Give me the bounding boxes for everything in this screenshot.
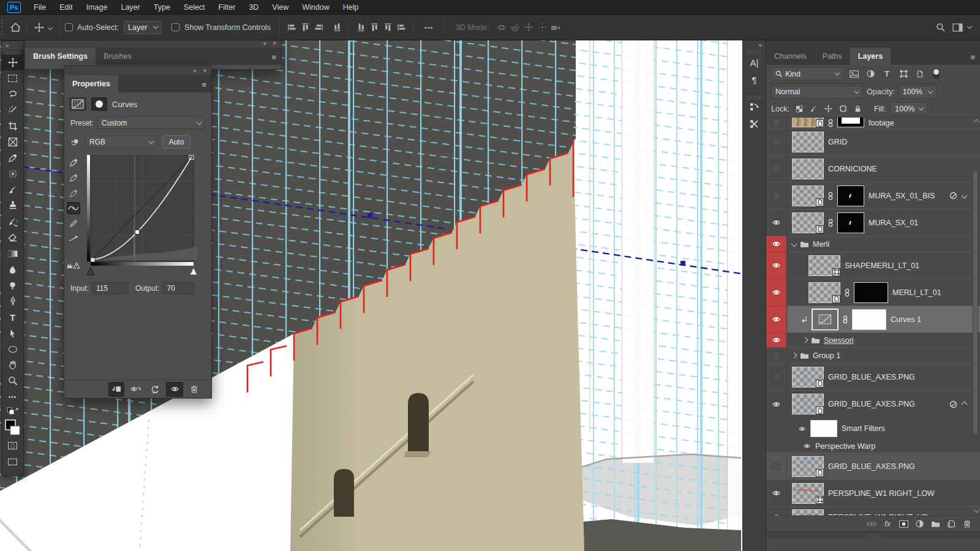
layer-effects-fx-icon[interactable]: fx xyxy=(880,519,895,528)
tab-brushes[interactable]: Brushes xyxy=(96,48,140,65)
view-previous-state-icon[interactable] xyxy=(127,382,144,397)
filter-kind-dropdown[interactable]: Kind xyxy=(771,67,843,80)
blend-mode-dropdown[interactable]: Normal xyxy=(771,86,863,99)
layer-row-curves-1[interactable]: Curves 1 xyxy=(766,306,980,333)
menu-image[interactable]: Image xyxy=(80,0,115,15)
align-bottom-edges-icon[interactable] xyxy=(381,21,394,34)
delete-layer-icon[interactable] xyxy=(959,520,975,528)
tool-type[interactable]: T xyxy=(2,309,23,325)
layer-row-grid-blue-axes-3[interactable]: GRID_BLUE_AXES.PNG xyxy=(766,453,980,480)
tab-layers[interactable]: Layers xyxy=(850,48,891,65)
input-value-field[interactable]: 115 xyxy=(92,282,129,294)
new-adjustment-layer-icon[interactable] xyxy=(911,520,927,528)
move-tool-preset-icon[interactable] xyxy=(32,21,46,34)
tab-brush-settings[interactable]: Brush Settings xyxy=(25,48,96,65)
tool-history-brush[interactable] xyxy=(2,214,23,230)
draw-curve-pencil-icon[interactable] xyxy=(67,217,80,230)
filter-type-layers-icon[interactable]: T xyxy=(881,69,893,78)
visibility-toggle[interactable] xyxy=(766,306,787,332)
layer-filtering-toggle[interactable] xyxy=(933,69,940,79)
edit-points-curve-icon[interactable] xyxy=(67,202,80,214)
paragraph-panel-icon[interactable]: ¶ xyxy=(743,71,766,88)
panel-collapse-icon[interactable]: « xyxy=(263,40,267,47)
tab-paths[interactable]: Paths xyxy=(815,48,850,65)
gray-point-eyedropper-icon[interactable] xyxy=(67,171,80,184)
layer-thumbnail[interactable] xyxy=(792,367,824,388)
new-group-icon[interactable] xyxy=(927,520,943,528)
tool-spot-healing[interactable] xyxy=(2,166,23,182)
new-layer-icon[interactable] xyxy=(943,520,959,528)
layer-thumbnail[interactable] xyxy=(792,212,824,233)
align-right-edges-icon[interactable] xyxy=(312,21,325,34)
curves-graph[interactable] xyxy=(87,155,197,279)
layer-thumbnail[interactable] xyxy=(792,132,824,152)
tool-move[interactable] xyxy=(2,54,23,70)
visibility-toggle[interactable] xyxy=(766,209,787,236)
3d-pan-icon[interactable] xyxy=(522,21,535,34)
add-layer-mask-icon[interactable] xyxy=(895,520,911,528)
tool-dodge[interactable] xyxy=(2,277,23,293)
mask-link-icon[interactable] xyxy=(828,119,833,127)
panel-collapse-icon[interactable]: « xyxy=(194,67,197,74)
menu-layer[interactable]: Layer xyxy=(114,0,146,15)
workspace-chevron[interactable] xyxy=(967,24,972,29)
distribute-horizontal-icon[interactable] xyxy=(368,21,381,34)
tool-magic-wand[interactable] xyxy=(2,102,23,118)
lock-artboard-icon[interactable] xyxy=(839,105,848,113)
group-expand-chevron[interactable] xyxy=(791,241,797,247)
tool-more[interactable]: ••• xyxy=(2,389,23,405)
layers-scroll-up[interactable] xyxy=(974,120,979,124)
distribute-vertical-icon[interactable] xyxy=(394,21,408,34)
auto-select-dropdown[interactable]: Layer xyxy=(124,21,162,34)
show-transform-checkbox[interactable] xyxy=(172,23,179,31)
visibility-toggle[interactable] xyxy=(766,453,787,479)
group-row-group-1[interactable]: Group 1 xyxy=(766,348,980,364)
lock-image-pixels-icon[interactable] xyxy=(809,105,819,113)
tool-zoom[interactable] xyxy=(2,373,23,389)
visibility-toggle[interactable] xyxy=(766,156,787,182)
visibility-toggle[interactable] xyxy=(766,333,787,347)
curve-point-115-70[interactable] xyxy=(135,230,140,234)
layer-thumbnail[interactable] xyxy=(792,456,824,477)
panel-close-icon[interactable]: × xyxy=(203,67,206,74)
foreground-background-swatches[interactable] xyxy=(2,418,23,438)
menu-select[interactable]: Select xyxy=(177,0,212,15)
tab-properties[interactable]: Properties xyxy=(64,75,118,92)
adjustment-mask-thumbnail[interactable] xyxy=(852,309,886,330)
tool-gradient[interactable] xyxy=(2,246,23,261)
layer-thumbnail[interactable] xyxy=(809,282,840,303)
collapse-effects-chevron[interactable] xyxy=(962,193,968,199)
fill-dropdown[interactable]: 100% xyxy=(891,102,927,115)
filter-pixel-layers-icon[interactable] xyxy=(848,70,860,78)
opacity-dropdown[interactable]: 100% xyxy=(899,86,937,99)
layer-thumbnail[interactable] xyxy=(792,186,824,206)
layer-row-merli-lt-01[interactable]: MERLI_LT_01 xyxy=(766,279,980,306)
tool-rectangular-marquee[interactable] xyxy=(2,70,23,86)
tool-pen[interactable] xyxy=(2,293,23,309)
mask-link-icon[interactable] xyxy=(828,219,833,227)
layer-row-mura-sx-01-bis[interactable]: MURA_SX_01_BIS xyxy=(766,182,980,209)
layer-row-footage[interactable]: footage xyxy=(766,118,980,129)
visibility-toggle[interactable] xyxy=(766,236,787,252)
layer-row-perspline-right-up[interactable]: PERSPLINE_W1 RIGHT_UP xyxy=(766,507,980,515)
visibility-toggle[interactable] xyxy=(766,348,787,363)
layers-scroll-down[interactable] xyxy=(974,508,979,512)
panel-menu-icon[interactable]: ≡ xyxy=(271,53,276,62)
align-horizontal-centers-icon[interactable] xyxy=(298,21,312,34)
panel-menu-icon[interactable]: ≡ xyxy=(202,80,206,89)
visibility-toggle[interactable] xyxy=(766,507,787,515)
quick-mask-mode-icon[interactable] xyxy=(2,438,23,454)
layer-mask-thumbnail[interactable] xyxy=(837,118,864,127)
layer-thumbnail[interactable] xyxy=(792,394,824,414)
align-top-edges-icon[interactable] xyxy=(354,21,368,34)
menu-3d[interactable]: 3D xyxy=(242,0,265,15)
preset-dropdown[interactable]: Custom xyxy=(97,117,205,129)
more-align-options-button[interactable]: ••• xyxy=(418,21,439,34)
link-layers-icon[interactable] xyxy=(864,522,880,527)
layer-row-grid-blue-axes-1[interactable]: GRID_BLUE_AXES.PNG xyxy=(766,364,980,391)
visibility-toggle[interactable] xyxy=(766,182,787,209)
black-point-eyedropper-icon[interactable] xyxy=(67,156,80,168)
tool-hand[interactable] xyxy=(2,357,23,373)
tool-clone-stamp[interactable] xyxy=(2,198,23,214)
3d-roll-icon[interactable] xyxy=(508,21,522,34)
